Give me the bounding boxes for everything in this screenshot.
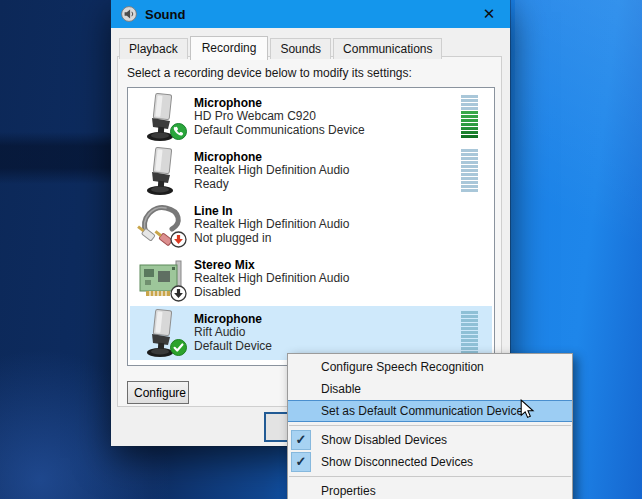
device-name: Microphone [194, 313, 461, 327]
tab-sounds[interactable]: Sounds [270, 38, 331, 59]
device-description: HD Pro Webcam C920 [194, 110, 461, 124]
device-text: MicrophoneRift AudioDefault Device [194, 313, 461, 354]
menu-item-label: Show Disconnected Devices [321, 455, 473, 469]
device-description: Realtek High Definition Audio [194, 218, 492, 232]
device-text: MicrophoneRealtek High Definition AudioR… [194, 151, 461, 192]
device-description: Realtek High Definition Audio [194, 164, 461, 178]
stereo-mix-icon [136, 253, 188, 305]
microphone-icon [136, 307, 188, 359]
checkmark-icon: ✓ [291, 452, 311, 472]
menu-item-disable[interactable]: Disable [288, 378, 572, 400]
device-status: Default Communications Device [194, 124, 461, 138]
microphone-icon [136, 91, 188, 143]
tab-playback[interactable]: Playback [119, 38, 188, 59]
device-status: Not plugged in [194, 232, 492, 246]
device-text: Stereo MixRealtek High Definition AudioD… [194, 259, 492, 300]
recording-device-list[interactable]: MicrophoneHD Pro Webcam C920Default Comm… [127, 87, 495, 366]
device-name: Stereo Mix [194, 259, 492, 273]
device-row-hd-pro-webcam-c920[interactable]: MicrophoneHD Pro Webcam C920Default Comm… [130, 90, 492, 144]
checkmark-icon: ✓ [291, 430, 311, 450]
not-plugged-in-badge [170, 231, 187, 248]
tab-recording[interactable]: Recording [190, 36, 269, 60]
device-row-realtek-high-definition-audio[interactable]: Stereo MixRealtek High Definition AudioD… [130, 252, 492, 306]
menu-item-label: Configure Speech Recognition [321, 360, 484, 374]
menu-separator [289, 476, 571, 477]
tab-communications[interactable]: Communications [333, 38, 442, 59]
device-row-realtek-high-definition-audio[interactable]: Line InRealtek High Definition AudioNot … [130, 198, 492, 252]
device-status: Default Device [194, 340, 461, 354]
device-text: Line InRealtek High Definition AudioNot … [194, 205, 492, 246]
menu-item-label: Disable [321, 382, 361, 396]
menu-item-label: Set as Default Communication Device [321, 404, 523, 418]
device-name: Microphone [194, 151, 461, 165]
device-row-realtek-high-definition-audio[interactable]: MicrophoneRealtek High Definition AudioR… [130, 144, 492, 198]
microphone-icon [136, 145, 188, 197]
desktop: { "window": { "title": "Sound", "close_g… [0, 0, 642, 499]
menu-item-show-disabled-devices[interactable]: ✓Show Disabled Devices [288, 429, 572, 451]
menu-item-configure-speech-recognition[interactable]: Configure Speech Recognition [288, 356, 572, 378]
line-in-icon [136, 199, 188, 251]
device-status: Disabled [194, 286, 492, 300]
speaker-icon [121, 6, 137, 22]
menu-item-label: Properties [321, 484, 376, 498]
device-name: Microphone [194, 97, 461, 111]
instruction-label: Select a recording device below to modif… [127, 66, 412, 80]
level-meter [461, 95, 478, 139]
configure-button[interactable]: Configure [127, 381, 189, 404]
mouse-cursor [520, 399, 535, 424]
tab-strip: PlaybackRecordingSoundsCommunications [119, 36, 444, 59]
device-text: MicrophoneHD Pro Webcam C920Default Comm… [194, 97, 461, 138]
menu-item-show-disconnected-devices[interactable]: ✓Show Disconnected Devices [288, 451, 572, 473]
level-meter [461, 149, 478, 193]
device-name: Line In [194, 205, 492, 219]
level-meter [461, 311, 478, 355]
titlebar: Sound ✕ [111, 0, 510, 28]
window-title: Sound [145, 7, 476, 22]
default-device-badge [170, 339, 187, 356]
device-status: Ready [194, 178, 461, 192]
device-context-menu: Configure Speech RecognitionDisableSet a… [287, 353, 573, 499]
menu-item-properties[interactable]: Properties [288, 480, 572, 499]
disabled-badge [170, 285, 187, 302]
menu-separator [289, 425, 571, 426]
default-communications-badge [170, 123, 187, 140]
close-icon[interactable]: ✕ [476, 0, 502, 28]
menu-item-label: Show Disabled Devices [321, 433, 447, 447]
device-row-rift-audio[interactable]: MicrophoneRift AudioDefault Device [130, 306, 492, 360]
device-description: Rift Audio [194, 326, 461, 340]
device-description: Realtek High Definition Audio [194, 272, 492, 286]
